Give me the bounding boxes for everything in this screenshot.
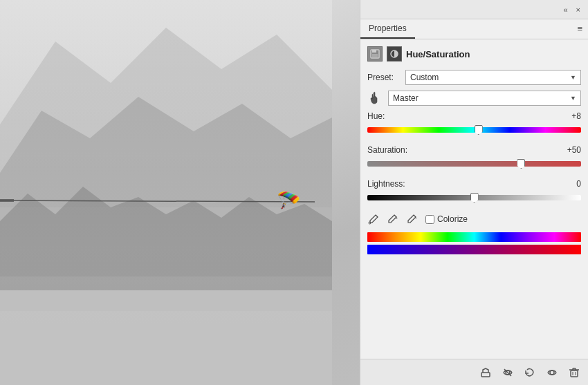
preset-label: Preset: xyxy=(367,73,405,82)
result-spectrum-bar xyxy=(367,245,581,254)
saturation-value: +50 xyxy=(560,145,581,155)
collapse-button[interactable]: « xyxy=(561,4,569,15)
hue-slider-track-container[interactable] xyxy=(367,123,581,137)
save-layer-icon[interactable] xyxy=(367,46,383,62)
svg-text:+: + xyxy=(395,216,398,220)
lightness-slider-thumb[interactable] xyxy=(470,193,479,203)
channel-value: Master xyxy=(393,93,419,103)
lightness-slider-row: Lightness: 0 xyxy=(367,179,581,205)
panel-footer xyxy=(360,359,588,385)
channel-row: Master ▼ xyxy=(367,91,581,106)
adjustment-layer-header: Hue/Saturation xyxy=(367,46,581,62)
lightness-slider-header: Lightness: 0 xyxy=(367,179,581,189)
color-bars-area xyxy=(367,232,581,254)
clip-to-layer-icon[interactable] xyxy=(479,366,493,379)
lightness-value: 0 xyxy=(560,179,581,189)
eyedropper-tool-icon[interactable] xyxy=(367,213,380,225)
saturation-slider-thumb[interactable] xyxy=(517,159,525,169)
tools-row: + − Colorize xyxy=(367,213,581,225)
svg-rect-15 xyxy=(481,373,490,377)
hue-slider-header: Hue: +8 xyxy=(367,111,581,121)
saturation-slider-header: Saturation: +50 xyxy=(367,145,581,155)
preset-value: Custom xyxy=(410,73,439,82)
channel-dropdown[interactable]: Master ▼ xyxy=(388,91,581,106)
panel-titlebar: « × xyxy=(360,0,588,19)
saturation-slider-track-container[interactable] xyxy=(367,157,581,171)
saturation-slider-row: Saturation: +50 xyxy=(367,145,581,171)
rainbow-spectrum-bar xyxy=(367,232,581,242)
reset-to-defaults-icon[interactable] xyxy=(523,366,537,379)
lightness-slider-track-container[interactable] xyxy=(367,191,581,205)
colorize-checkbox[interactable] xyxy=(425,215,434,224)
half-circle-icon[interactable] xyxy=(387,46,402,62)
hanging-figure: 🪂 xyxy=(277,189,301,212)
properties-panel: « × Properties ≡ xyxy=(360,0,588,385)
saturation-slider-track[interactable] xyxy=(367,161,581,167)
panel-tab-bar: Properties ≡ xyxy=(360,19,588,39)
hue-label: Hue: xyxy=(367,111,385,121)
lightness-slider-track[interactable] xyxy=(367,195,581,200)
properties-tab[interactable]: Properties xyxy=(360,19,415,39)
svg-rect-19 xyxy=(571,370,578,377)
toggle-previous-visibility-icon[interactable] xyxy=(501,366,515,379)
lightness-label: Lightness: xyxy=(367,179,405,189)
svg-rect-10 xyxy=(372,54,378,57)
saturation-label: Saturation: xyxy=(367,145,407,155)
channel-dropdown-arrow: ▼ xyxy=(570,95,576,102)
svg-rect-5 xyxy=(0,290,332,385)
preset-dropdown-arrow: ▼ xyxy=(570,74,576,81)
colorize-checkbox-label[interactable]: Colorize xyxy=(425,214,468,224)
colorize-label: Colorize xyxy=(437,214,468,224)
svg-text:−: − xyxy=(414,216,417,220)
eyedropper-subtract-icon[interactable]: − xyxy=(406,213,419,225)
adjustment-type-label: Hue/Saturation xyxy=(406,49,470,59)
hue-slider-thumb[interactable] xyxy=(475,125,483,135)
svg-rect-9 xyxy=(372,50,376,53)
hue-slider-track[interactable] xyxy=(367,127,581,133)
hue-slider-row: Hue: +8 xyxy=(367,111,581,137)
view-adjustment-icon[interactable] xyxy=(545,366,559,379)
delete-layer-icon[interactable] xyxy=(567,366,581,379)
preset-dropdown[interactable]: Custom ▼ xyxy=(405,70,581,85)
eyedropper-add-icon[interactable]: + xyxy=(387,213,399,225)
panel-titlebar-right: « × xyxy=(561,4,582,15)
panel-content-area: Hue/Saturation Preset: Custom ▼ Master ▼ xyxy=(360,39,588,359)
hand-tool-icon[interactable] xyxy=(367,91,384,105)
hue-value: +8 xyxy=(560,111,581,121)
preset-row: Preset: Custom ▼ xyxy=(367,70,581,85)
close-button[interactable]: × xyxy=(574,4,582,15)
panel-menu-button[interactable]: ≡ xyxy=(571,19,588,39)
